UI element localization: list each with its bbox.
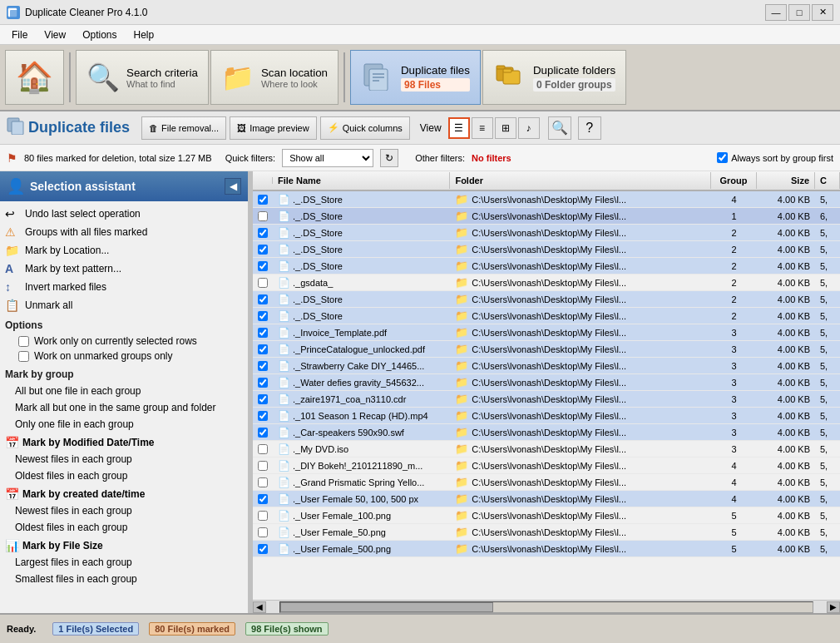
row-checkbox-col[interactable] xyxy=(253,243,273,256)
h-scroll-track[interactable] xyxy=(279,601,813,613)
scan-location-button[interactable]: 📁 Scan location Where to look xyxy=(210,50,338,105)
view-grid-button[interactable]: ⊞ xyxy=(495,117,516,139)
menu-help[interactable]: Help xyxy=(126,27,163,42)
home-button[interactable]: 🏠 xyxy=(5,50,64,105)
row-checkbox[interactable] xyxy=(258,378,268,388)
panel-item-largest[interactable]: Largest files in each group xyxy=(2,554,246,571)
row-checkbox-col[interactable] xyxy=(253,326,273,339)
panel-item-smallest[interactable]: Smallest files in each group xyxy=(2,571,246,587)
minimize-button[interactable]: — xyxy=(765,4,787,21)
row-checkbox[interactable] xyxy=(258,477,268,487)
row-checkbox[interactable] xyxy=(258,278,268,288)
row-checkbox[interactable] xyxy=(258,294,268,304)
table-row[interactable]: 📄 ._User Female_50.png 📁 C:\Users\lvonas… xyxy=(253,524,840,541)
row-checkbox[interactable] xyxy=(258,311,268,321)
row-checkbox-col[interactable] xyxy=(253,409,273,423)
row-checkbox[interactable] xyxy=(258,394,268,404)
table-row[interactable]: 📄 ._My DVD.iso 📁 C:\Users\lvonash\Deskto… xyxy=(253,441,840,458)
table-row[interactable]: 📄 ._User Female_500.png 📁 C:\Users\lvona… xyxy=(253,541,840,557)
table-row[interactable]: 📄 ._101 Season 1 Recap (HD).mp4 📁 C:\Use… xyxy=(253,408,840,424)
row-checkbox-col[interactable] xyxy=(253,492,273,506)
panel-item-all-but-one-folder[interactable]: Mark all but one in the same group and f… xyxy=(2,399,246,416)
h-scroll-thumb[interactable] xyxy=(280,602,493,612)
row-checkbox[interactable] xyxy=(258,261,268,271)
file-removal-button[interactable]: 🗑 File removal... xyxy=(141,116,226,140)
row-checkbox-col[interactable] xyxy=(253,260,273,273)
table-row[interactable]: 📄 ._.DS_Store 📁 C:\Users\lvonash\Desktop… xyxy=(253,241,840,258)
row-checkbox-col[interactable] xyxy=(253,193,273,206)
view-extra-button[interactable]: ♪ xyxy=(518,117,540,139)
row-checkbox-col[interactable] xyxy=(253,443,273,456)
table-row[interactable]: 📄 ._User Female_100.png 📁 C:\Users\lvona… xyxy=(253,507,840,524)
row-checkbox[interactable] xyxy=(258,228,268,238)
duplicate-files-button[interactable]: Duplicate files 98 Files xyxy=(350,50,481,105)
always-sort-label[interactable]: Always sort by group first xyxy=(717,152,833,163)
row-checkbox-col[interactable] xyxy=(253,526,273,539)
table-row[interactable]: 📄 ._.DS_Store 📁 C:\Users\lvonash\Desktop… xyxy=(253,208,840,225)
table-row[interactable]: 📄 ._.DS_Store 📁 C:\Users\lvonash\Desktop… xyxy=(253,291,840,308)
row-checkbox-col[interactable] xyxy=(253,376,273,389)
col-header-extra[interactable]: C xyxy=(815,172,840,189)
row-checkbox-col[interactable] xyxy=(253,459,273,472)
menu-view[interactable]: View xyxy=(36,27,74,42)
row-checkbox-col[interactable] xyxy=(253,210,273,223)
row-checkbox-col[interactable] xyxy=(253,359,273,373)
view-list2-button[interactable]: ≡ xyxy=(472,117,493,139)
table-row[interactable]: 📄 ._Water defies gravity_545632... 📁 C:\… xyxy=(253,374,840,391)
work-selected-rows-checkbox[interactable] xyxy=(18,336,29,347)
quick-filters-select[interactable]: Show all Show marked Show unmarked xyxy=(282,149,373,167)
table-row[interactable]: 📄 ._PrinceCatalogue_unlocked.pdf 📁 C:\Us… xyxy=(253,341,840,358)
col-header-group[interactable]: Group xyxy=(711,172,757,189)
work-unmarked-option[interactable]: Work on unmarked groups only xyxy=(2,349,246,364)
panel-item-all-but-one[interactable]: All but one file in each group xyxy=(2,383,246,399)
search-button[interactable]: 🔍 xyxy=(548,116,571,140)
row-checkbox-col[interactable] xyxy=(253,509,273,522)
table-row[interactable]: 📄 ._.DS_Store 📁 C:\Users\lvonash\Desktop… xyxy=(253,308,840,324)
panel-item-mark-text[interactable]: A Mark by text pattern... xyxy=(2,260,246,278)
table-row[interactable]: 📄 ._DIY Bokeh!_2101211890_m... 📁 C:\User… xyxy=(253,458,840,474)
h-scroll-right[interactable]: ▶ xyxy=(827,601,840,613)
row-checkbox[interactable] xyxy=(258,361,268,371)
menu-file[interactable]: File xyxy=(3,27,36,42)
row-checkbox-col[interactable] xyxy=(253,542,273,556)
row-checkbox[interactable] xyxy=(258,428,268,438)
panel-item-oldest-modified[interactable]: Oldest files in each group xyxy=(2,467,246,484)
panel-item-mark-location[interactable]: 📁 Mark by Location... xyxy=(2,241,246,260)
row-checkbox-col[interactable] xyxy=(253,393,273,406)
work-unmarked-checkbox[interactable] xyxy=(18,351,29,362)
row-checkbox-col[interactable] xyxy=(253,226,273,240)
work-selected-rows-option[interactable]: Work only on currently selected rows xyxy=(2,334,246,349)
row-checkbox-col[interactable] xyxy=(253,426,273,439)
row-checkbox[interactable] xyxy=(258,245,268,255)
row-checkbox[interactable] xyxy=(258,527,268,537)
panel-item-undo[interactable]: ↩ Undo last select operation xyxy=(2,205,246,223)
h-scroll-left[interactable]: ◀ xyxy=(253,601,266,613)
row-checkbox[interactable] xyxy=(258,211,268,221)
table-row[interactable]: 📄 ._Grand Prismatic Spring Yello... 📁 C:… xyxy=(253,474,840,491)
table-row[interactable]: 📄 ._zaire1971_coa_n3110.cdr 📁 C:\Users\l… xyxy=(253,391,840,408)
row-checkbox[interactable] xyxy=(258,444,268,454)
row-checkbox[interactable] xyxy=(258,461,268,471)
table-row[interactable]: 📄 ._Invoice_Template.pdf 📁 C:\Users\lvon… xyxy=(253,324,840,341)
panel-item-invert[interactable]: ↕ Invert marked files xyxy=(2,278,246,296)
panel-item-newest-modified[interactable]: Newest files in each group xyxy=(2,451,246,467)
table-row[interactable]: 📄 ._gsdata_ 📁 C:\Users\lvonash\Desktop\M… xyxy=(253,275,840,291)
search-criteria-button[interactable]: 🔍 Search criteria What to find xyxy=(76,50,209,105)
always-sort-checkbox[interactable] xyxy=(717,152,728,163)
row-checkbox[interactable] xyxy=(258,344,268,354)
view-list1-button[interactable]: ☰ xyxy=(448,117,470,139)
panel-item-newest-created[interactable]: Newest files in each group xyxy=(2,502,246,519)
panel-item-groups-marked[interactable]: ⚠ Groups with all files marked xyxy=(2,223,246,241)
menu-options[interactable]: Options xyxy=(74,27,125,42)
row-checkbox[interactable] xyxy=(258,411,268,421)
row-checkbox[interactable] xyxy=(258,195,268,205)
row-checkbox[interactable] xyxy=(258,511,268,521)
row-checkbox-col[interactable] xyxy=(253,309,273,323)
row-checkbox[interactable] xyxy=(258,544,268,554)
row-checkbox-col[interactable] xyxy=(253,476,273,489)
table-row[interactable]: 📄 ._User Female 50, 100, 500 px 📁 C:\Use… xyxy=(253,491,840,507)
quick-columns-button[interactable]: ⚡ Quick columns xyxy=(320,116,410,140)
table-row[interactable]: 📄 ._.DS_Store 📁 C:\Users\lvonash\Desktop… xyxy=(253,258,840,275)
row-checkbox-col[interactable] xyxy=(253,343,273,356)
close-button[interactable]: ✕ xyxy=(812,4,833,21)
